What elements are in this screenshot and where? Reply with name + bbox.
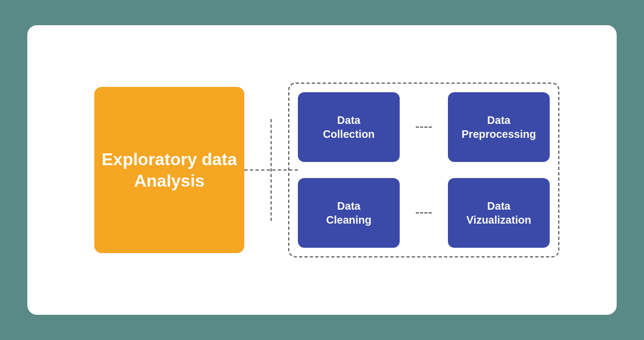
data-collection-label: DataCollection (323, 113, 375, 141)
data-vizualization-box: DataVizualization (448, 178, 550, 248)
connector-area (244, 68, 298, 272)
data-preprocessing-label: DataPreprocessing (462, 113, 536, 141)
vertical-connector-line (271, 119, 272, 221)
main-card: Exploratory data Analysis DataCollection… (27, 25, 617, 315)
row-connector-top (416, 127, 432, 128)
data-collection-box: DataCollection (298, 92, 400, 162)
data-cleaning-box: DataCleaning (298, 178, 400, 248)
data-cleaning-label: DataCleaning (326, 199, 371, 227)
grid-row-bottom: DataCleaning DataVizualization (298, 178, 550, 248)
grid-row-top: DataCollection DataPreprocessing (298, 92, 550, 162)
grid-container: DataCollection DataPreprocessing DataCle… (298, 92, 550, 248)
grid-wrapper: DataCollection DataPreprocessing DataCle… (298, 92, 550, 248)
main-concept-label: Exploratory data Analysis (94, 149, 244, 191)
diagram: Exploratory data Analysis DataCollection… (27, 25, 617, 315)
data-preprocessing-box: DataPreprocessing (448, 92, 550, 162)
data-vizualization-label: DataVizualization (467, 199, 531, 227)
main-concept-box: Exploratory data Analysis (94, 87, 244, 253)
row-connector-bottom (416, 212, 432, 213)
